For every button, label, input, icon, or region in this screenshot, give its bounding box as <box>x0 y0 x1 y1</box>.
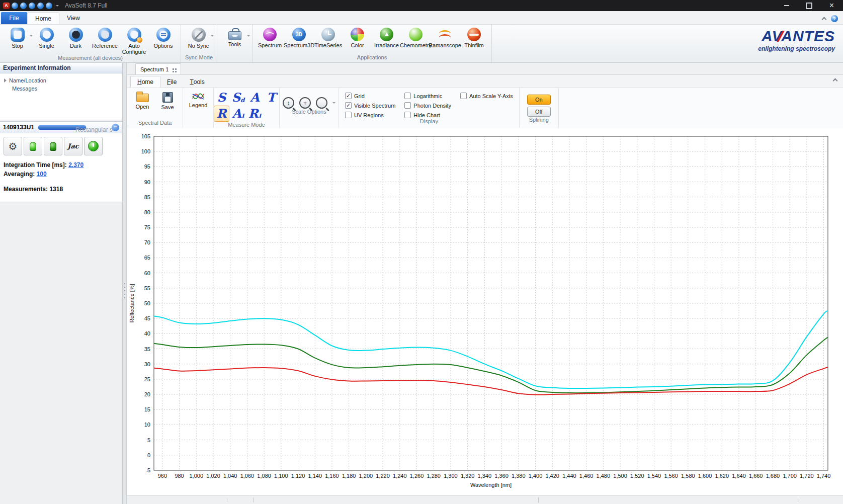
spectrum-button[interactable]: Spectrum <box>256 27 284 48</box>
open-button[interactable]: Open <box>132 91 152 120</box>
checkbox-box <box>404 102 411 109</box>
thinfilm-button[interactable]: Thinfilm <box>460 27 488 48</box>
device-collapse-button[interactable]: − <box>112 124 119 131</box>
jac-logo-icon-button[interactable]: Jac <box>64 137 82 155</box>
status-separator <box>253 497 254 502</box>
zoom-all-icon[interactable]: + <box>299 97 311 109</box>
irradiance-icon <box>380 28 393 41</box>
tools-button[interactable]: Tools <box>220 27 249 47</box>
options-button[interactable]: Options <box>149 27 178 49</box>
qat-dropdown-icon[interactable] <box>56 5 59 8</box>
splining-on-button[interactable]: On <box>527 95 551 105</box>
measure-mode-s-button[interactable]: S <box>214 90 229 106</box>
measure-mode-r-button[interactable]: R <box>214 106 229 122</box>
svg-text:5: 5 <box>147 437 150 443</box>
close-button[interactable] <box>820 0 843 11</box>
spectrum3d-icon <box>292 28 306 41</box>
dark-icon <box>69 28 83 42</box>
tab-file[interactable]: File <box>1 12 27 24</box>
ramanscope-label: Ramanscope <box>429 42 461 48</box>
color-label: Color <box>351 42 364 48</box>
help-icon[interactable] <box>831 15 838 22</box>
lamp-dim-icon-button[interactable] <box>44 137 62 155</box>
save-button[interactable]: Save <box>157 91 178 120</box>
dropdown-caret-icon[interactable] <box>211 35 214 38</box>
expander-icon[interactable] <box>4 78 7 82</box>
device-quick-icon-3[interactable] <box>29 3 35 9</box>
timeseries-button[interactable]: TimeSeries <box>314 27 343 48</box>
chart-tab-file[interactable]: File <box>160 76 183 88</box>
irradiance-button[interactable]: Irradiance <box>372 27 401 48</box>
chart-ribbon: OpenSave Spectral Data Legend <box>127 88 843 128</box>
zoom-box-icon[interactable] <box>316 97 327 109</box>
measurements-value: 1318 <box>49 186 63 193</box>
measure-mode-ai-button[interactable]: AI <box>230 106 246 122</box>
checkbox-auto-scale-y-axis[interactable]: Auto Scale Y-Axis <box>460 93 513 99</box>
spectrum3d-label: Spectrum3D <box>284 42 314 48</box>
measure-mode-sd-button[interactable]: Sd <box>230 90 246 106</box>
checkbox-visible-spectrum[interactable]: ✓Visible Spectrum <box>345 102 395 109</box>
measure-mode-a-button[interactable]: A <box>247 90 263 106</box>
color-button[interactable]: Color <box>343 27 372 48</box>
group-spectral-data: OpenSave Spectral Data <box>127 88 183 128</box>
chart-tab-home[interactable]: Home <box>130 76 160 88</box>
checkbox-uv-regions[interactable]: UV Regions <box>345 112 395 118</box>
tab-view[interactable]: View <box>59 12 88 24</box>
stop-icon <box>11 28 25 42</box>
tab-home[interactable]: Home <box>27 12 59 24</box>
dropdown-caret-icon[interactable] <box>247 35 250 38</box>
lamp-on-icon-button[interactable] <box>24 137 42 155</box>
device-quick-icon-5[interactable] <box>46 3 52 9</box>
tree-item-messages[interactable]: Messages <box>4 85 118 93</box>
chart-tab-tools[interactable]: Tools <box>183 76 211 88</box>
auto-configure-button[interactable]: Auto Configure <box>120 27 148 55</box>
stop-button[interactable]: Stop <box>3 27 32 49</box>
single-button[interactable]: Single <box>32 27 61 49</box>
device-quick-icon-4[interactable] <box>37 3 44 9</box>
spectrum3d-button[interactable]: Spectrum3D <box>285 27 313 48</box>
measure-mode-label: Measure Mode <box>214 122 279 128</box>
collapse-chart-ribbon-icon[interactable] <box>833 78 838 83</box>
device-quick-icon-2[interactable] <box>20 3 27 9</box>
svg-text:1,020: 1,020 <box>206 473 220 479</box>
window-title: AvaSoft 8.7 Full <box>65 2 108 9</box>
scale-options-dropdown-icon[interactable] <box>332 102 335 105</box>
device-quick-icon-1[interactable] <box>12 3 18 9</box>
splining-off-button[interactable]: Off <box>527 107 551 117</box>
group-display: ✓Grid✓Visible SpectrumUV RegionsLogarith… <box>339 88 520 128</box>
dark-button[interactable]: Dark <box>61 27 90 49</box>
avantes-logo-icon[interactable] <box>3 3 10 9</box>
checkbox-photon-density[interactable]: Photon Density <box>404 102 451 109</box>
measure-mode-t-button[interactable]: T <box>264 90 279 106</box>
measure-mode-ri-button[interactable]: RI <box>247 106 263 122</box>
power-icon-button[interactable] <box>84 137 103 155</box>
sidebar-splitter[interactable] <box>123 63 127 504</box>
splitter-grip[interactable] <box>124 283 125 284</box>
no-sync-button[interactable]: No Sync <box>184 27 213 49</box>
zoom-vertical-icon[interactable]: ↕ <box>283 97 294 109</box>
checkbox-logarithmic[interactable]: Logarithmic <box>404 93 451 99</box>
checkbox-hide-chart[interactable]: Hide Chart <box>404 112 451 118</box>
minimize-button[interactable] <box>775 0 798 11</box>
chemometry-button[interactable]: Chemometry <box>401 27 430 48</box>
collapse-ribbon-icon[interactable] <box>822 17 827 22</box>
averaging-value[interactable]: 100 <box>37 171 47 178</box>
ramanscope-button[interactable]: Ramanscope <box>431 27 459 48</box>
device-panel: 1409133U1 − ⚙Jac Integration Time [ms]: … <box>0 121 122 202</box>
reference-button[interactable]: Reference <box>91 27 119 49</box>
tab-options-icon[interactable] <box>173 68 174 70</box>
color-icon <box>351 28 364 41</box>
power-icon <box>88 141 99 151</box>
integration-time-value[interactable]: 2.370 <box>68 161 83 169</box>
legend-button[interactable]: Legend <box>188 92 208 120</box>
tree-item-label: Name/Location <box>9 77 46 83</box>
maximize-button[interactable] <box>798 0 820 11</box>
tab-spectrum-1[interactable]: Spectrum 1 <box>135 63 181 74</box>
tree-item-name-location[interactable]: Name/Location <box>4 76 118 85</box>
svg-text:95: 95 <box>144 163 150 170</box>
checkbox-grid[interactable]: ✓Grid <box>345 93 395 99</box>
chart-ribbon-tabs: HomeFileTools <box>127 75 843 88</box>
svg-text:1,480: 1,480 <box>597 473 611 479</box>
settings-gear-icon-button[interactable]: ⚙ <box>4 137 22 155</box>
spectrum-chart[interactable]: -505101520253035404550556065707580859095… <box>127 128 843 495</box>
